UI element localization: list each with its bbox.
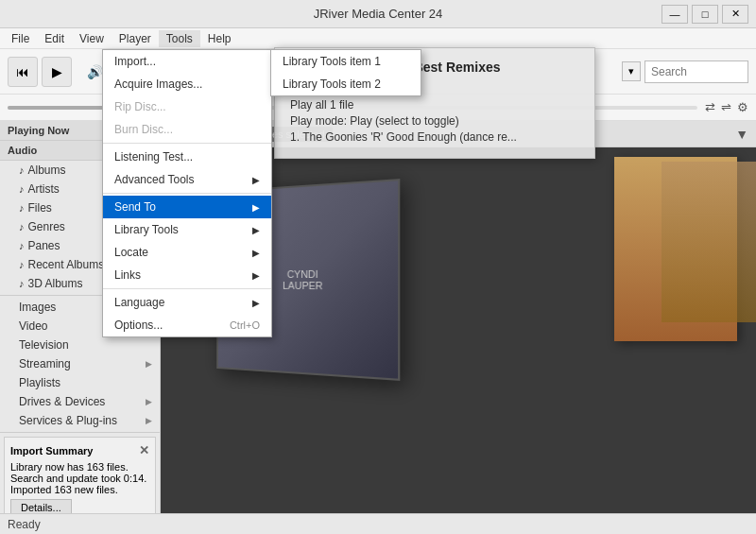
close-button[interactable]: ✕ <box>722 5 748 24</box>
menu-separator-2 <box>103 193 271 194</box>
shuffle-button[interactable]: ⇌ <box>721 100 731 114</box>
sidebar-label-genres: Genres <box>28 220 65 233</box>
album-cover-text: CYNDILAUPER <box>276 261 331 300</box>
volume-icon: 🔊 <box>87 64 103 79</box>
tools-menu: Import... Acquire Images... Rip Disc... … <box>102 49 272 337</box>
sidebar-label-services: Services & Plug-ins <box>19 414 117 427</box>
content-scroll-arrow[interactable]: ▼ <box>735 127 748 142</box>
progress-controls: ⇄ ⇌ ⚙ <box>705 100 748 114</box>
search-dropdown[interactable]: ▾ <box>622 61 641 81</box>
advanced-tools-arrow: ▶ <box>252 175 260 185</box>
sidebar-item-television[interactable]: Television <box>0 336 160 354</box>
info-play-all: Play all 1 file <box>290 98 579 112</box>
links-arrow: ▶ <box>252 270 260 281</box>
menu-rip-disc: Rip Disc... <box>103 95 271 118</box>
sidebar-item-services[interactable]: Services & Plug-ins <box>0 411 160 430</box>
prev-button[interactable]: ⏮ <box>8 57 38 87</box>
library-tools-item-1[interactable]: Library Tools item 1 <box>271 50 421 73</box>
transport-controls: ⏮ ▶ <box>8 57 72 87</box>
title-bar: JRiver Media Center 24 — □ ✕ <box>0 0 756 28</box>
import-summary-title: Import Summary <box>10 445 93 456</box>
menu-view[interactable]: View <box>72 30 112 47</box>
menu-library-tools[interactable]: Library Tools ▶ <box>103 218 271 241</box>
sidebar-label-playlists: Playlists <box>19 376 60 389</box>
window-controls: — □ ✕ <box>662 5 748 24</box>
menu-tools[interactable]: Tools <box>159 30 200 47</box>
menu-edit[interactable]: Edit <box>37 30 72 47</box>
sidebar-label-television: Television <box>19 338 69 352</box>
sidebar-label-panes: Panes <box>28 239 60 252</box>
menu-options[interactable]: Options... Ctrl+O <box>103 314 271 336</box>
menu-file[interactable]: File <box>4 30 37 47</box>
menu-separator-1 <box>103 143 271 144</box>
sidebar-label-images: Images <box>19 301 56 314</box>
menu-language[interactable]: Language ▶ <box>103 291 271 314</box>
maximize-button[interactable]: □ <box>692 5 718 24</box>
sidebar-item-drives-devices[interactable]: Drives & Devices <box>0 392 160 411</box>
genres-icon: ♪ <box>19 221 25 233</box>
menu-locate[interactable]: Locate ▶ <box>103 241 271 264</box>
menu-send-to[interactable]: Send To ▶ <box>103 196 271 218</box>
import-summary-header: Import Summary ✕ <box>10 443 149 457</box>
menu-listening-test[interactable]: Listening Test... <box>103 146 271 168</box>
status-text: Ready <box>8 518 41 531</box>
menu-advanced-tools[interactable]: Advanced Tools ▶ <box>103 168 271 191</box>
minimize-button[interactable]: — <box>662 5 688 24</box>
sidebar-label-3d-albums: 3D Albums <box>28 277 83 290</box>
sidebar-label-drives-devices: Drives & Devices <box>19 395 105 408</box>
albums-icon: ♪ <box>19 164 25 176</box>
status-bar: Ready <box>0 513 756 534</box>
import-summary-line2: Search and update took 0:14. <box>10 473 149 484</box>
language-arrow: ▶ <box>252 298 260 308</box>
import-summary-line3: Imported 163 new files. <box>10 484 149 495</box>
menu-help[interactable]: Help <box>200 30 239 47</box>
menu-burn-disc: Burn Disc... <box>103 118 271 141</box>
3d-albums-icon: ♪ <box>19 278 25 289</box>
recent-albums-icon: ♪ <box>19 259 25 270</box>
library-tools-item-2[interactable]: Library Tools item 2 <box>271 73 421 95</box>
info-play-mode: Play mode: Play (select to toggle) <box>290 114 579 128</box>
sidebar-label-video: Video <box>19 319 47 333</box>
menu-acquire-images[interactable]: Acquire Images... <box>103 73 271 95</box>
library-tools-arrow: ▶ <box>252 225 260 235</box>
search-input[interactable] <box>644 60 748 83</box>
menu-player[interactable]: Player <box>112 30 159 47</box>
album-cover-far-right <box>662 162 756 322</box>
sidebar-label-albums: Albums <box>28 164 66 177</box>
import-summary-panel: Import Summary ✕ Library now has 163 fil… <box>4 437 156 523</box>
import-summary-line1: Library now has 163 files. <box>10 461 149 473</box>
options-shortcut: Ctrl+O <box>230 319 260 331</box>
sidebar-item-streaming[interactable]: Streaming <box>0 354 160 373</box>
title-text: JRiver Media Center 24 <box>314 7 443 21</box>
sidebar-label-recent-albums: Recent Albums <box>28 258 105 271</box>
search-area: ▾ <box>622 60 748 83</box>
menu-import[interactable]: Import... <box>103 50 271 73</box>
settings-button[interactable]: ⚙ <box>737 100 748 114</box>
menu-links[interactable]: Links ▶ <box>103 264 271 286</box>
sidebar-label-artists: Artists <box>28 182 60 196</box>
files-icon: ♪ <box>19 202 25 214</box>
sidebar-item-playlists[interactable]: Playlists <box>0 373 160 392</box>
locate-arrow: ▶ <box>252 248 260 258</box>
sidebar-label-streaming: Streaming <box>19 357 71 370</box>
artists-icon: ♪ <box>19 183 25 195</box>
panes-icon: ♪ <box>19 240 25 251</box>
menu-separator-3 <box>103 288 271 289</box>
send-to-arrow: ▶ <box>252 202 260 213</box>
play-button[interactable]: ▶ <box>42 57 72 87</box>
sidebar-label-files: Files <box>28 201 52 215</box>
import-summary-close[interactable]: ✕ <box>139 443 149 457</box>
library-tools-submenu: Library Tools item 1 Library Tools item … <box>270 49 421 96</box>
repeat-button[interactable]: ⇄ <box>705 100 715 114</box>
menu-bar: File Edit View Player Tools Help <box>0 28 756 49</box>
sidebar-separator-2 <box>0 432 160 433</box>
info-track-1: 1. The Goonies 'R' Good Enough (dance re… <box>290 130 579 144</box>
